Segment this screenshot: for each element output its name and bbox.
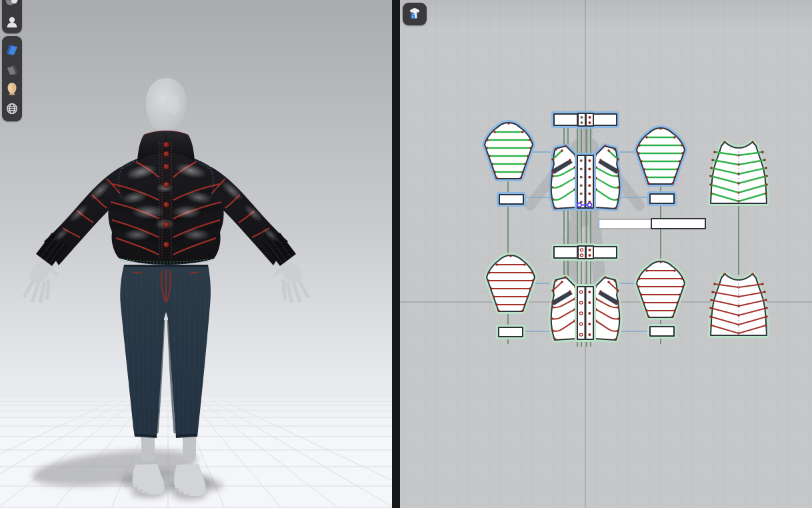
plackets-top[interactable] (577, 155, 593, 208)
viewport-3d[interactable] (0, 0, 392, 508)
wireframe-globe-icon-button[interactable] (3, 100, 21, 117)
cuff-right-bottom[interactable] (650, 327, 674, 336)
tshirt-lock-button[interactable] (403, 3, 427, 25)
garment-design-app (0, 0, 812, 508)
sleeve-right-top[interactable] (637, 127, 685, 185)
wireframe-globe-icon (5, 101, 19, 116)
tshirt-lock-icon (407, 6, 423, 22)
cuff-right-top[interactable] (650, 194, 674, 203)
viewport-2d[interactable] (400, 0, 812, 508)
avatar-icon-button[interactable] (3, 13, 21, 31)
cuff-left-bottom[interactable] (499, 327, 523, 337)
back-panel-bottom[interactable] (709, 273, 768, 335)
waistband-right[interactable] (651, 219, 705, 229)
garment-blue-icon (5, 41, 19, 56)
front-right-bottom[interactable] (594, 276, 620, 341)
scene-3d (0, 0, 392, 508)
cuff-left-top[interactable] (499, 195, 523, 204)
sleeve-right-bottom[interactable] (637, 261, 685, 318)
mannequin-head-icon (5, 81, 19, 96)
collar-assembly-top[interactable] (554, 113, 617, 126)
garment-blue-icon-button[interactable] (3, 40, 21, 57)
pattern-canvas (400, 0, 812, 508)
garment-gray-icon-button[interactable] (3, 60, 21, 77)
cloth-sphere-icon-button[interactable] (3, 0, 21, 11)
sleeve-left-top[interactable] (485, 122, 533, 179)
mannequin-head-icon-button[interactable] (3, 80, 21, 97)
front-left-bottom[interactable] (551, 276, 577, 341)
collar-assembly-bottom[interactable] (554, 246, 617, 259)
cloth-sphere-icon (5, 0, 19, 9)
avatar-icon (5, 15, 19, 29)
front-right-top[interactable] (594, 145, 620, 209)
toolbar-group-view (2, 0, 22, 33)
waistband-left[interactable] (599, 219, 651, 229)
panel-divider[interactable] (392, 0, 400, 508)
garment-gray-icon (5, 61, 19, 76)
sleeve-left-bottom[interactable] (487, 255, 535, 312)
toolbar-group-display (2, 36, 22, 121)
back-panel-top[interactable] (709, 141, 768, 203)
front-left-top[interactable] (551, 145, 577, 209)
